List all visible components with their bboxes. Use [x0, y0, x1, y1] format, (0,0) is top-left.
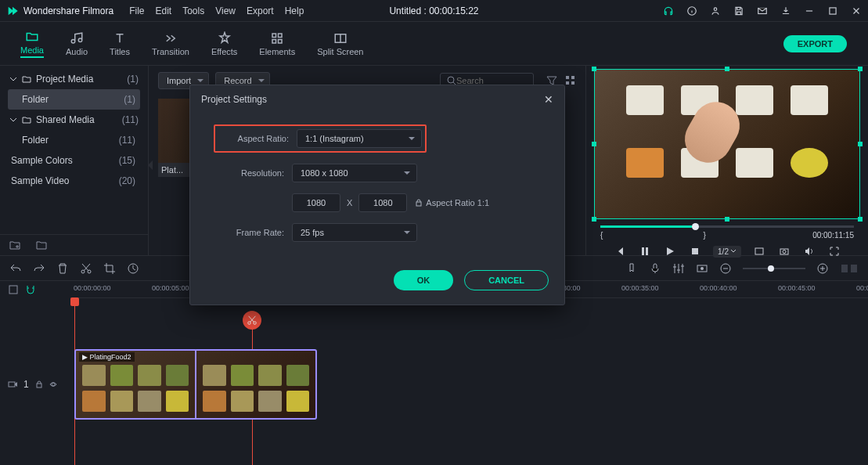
tab-transition[interactable]: Transition — [141, 31, 200, 56]
mark-out-icon[interactable]: } — [704, 231, 706, 240]
menu-view[interactable]: View — [215, 5, 236, 16]
sidebar-sample-video[interactable]: Sample Video (20) — [8, 171, 140, 191]
tab-titles[interactable]: Titles — [99, 31, 141, 56]
visibility-icon[interactable] — [49, 380, 57, 388]
svg-rect-3 — [830, 7, 836, 13]
timeline: 00:00:00:00 00:00:05:00 00:00:30:00 00:0… — [0, 280, 868, 465]
preview-viewport[interactable] — [594, 69, 860, 219]
chevron-down-icon — [9, 116, 17, 124]
chevron-down-icon — [9, 75, 17, 83]
resolution-dropdown[interactable]: 1080 x 1080 — [292, 164, 417, 182]
app-logo-icon — [6, 5, 19, 17]
menu-help[interactable]: Help — [285, 5, 304, 16]
document-title: Untitled : 00:00:15:22 — [389, 5, 478, 16]
folder-icon[interactable] — [36, 240, 47, 251]
tab-elements[interactable]: Elements — [248, 31, 306, 56]
download-icon[interactable] — [780, 5, 791, 16]
stop-button[interactable] — [688, 244, 702, 258]
height-input[interactable] — [358, 193, 407, 212]
menu-file[interactable]: File — [129, 5, 144, 16]
marker-icon[interactable] — [625, 262, 638, 275]
svg-rect-11 — [571, 76, 574, 79]
sidebar-project-media[interactable]: Project Media (1) — [8, 69, 140, 89]
ok-button[interactable]: OK — [394, 270, 454, 290]
info-icon[interactable] — [686, 5, 697, 16]
menu-tools[interactable]: Tools — [182, 5, 204, 16]
sidebar-project-folder[interactable]: Folder (1) — [8, 89, 140, 110]
mark-in-icon[interactable]: { — [600, 231, 603, 240]
tab-effects[interactable]: Effects — [200, 31, 248, 56]
headphones-icon[interactable] — [663, 5, 674, 16]
undo-icon[interactable] — [9, 262, 22, 275]
sidebar-sample-colors[interactable]: Sample Colors (15) — [8, 150, 140, 171]
save-icon[interactable] — [733, 5, 744, 16]
width-input[interactable] — [292, 193, 340, 212]
audio-icon — [70, 31, 84, 45]
timeline-options-icon[interactable] — [8, 284, 19, 295]
app-name: Wondershare Filmora — [23, 5, 113, 16]
menu-edit[interactable]: Edit — [156, 5, 172, 16]
framerate-dropdown[interactable]: 25 fps — [292, 223, 417, 242]
svg-rect-6 — [272, 39, 276, 43]
track-head: 1 — [0, 379, 70, 390]
grid-view-icon[interactable] — [565, 75, 576, 86]
svg-rect-5 — [279, 34, 283, 38]
media-sidebar: Project Media (1) Folder (1) Shared Medi… — [0, 66, 149, 255]
preview-scale-dropdown[interactable]: 1/2 — [713, 246, 741, 258]
close-window-icon[interactable] — [851, 5, 862, 16]
quality-button[interactable] — [752, 244, 766, 258]
tab-split-screen[interactable]: Split Screen — [306, 31, 374, 56]
new-folder-icon[interactable] — [9, 240, 20, 251]
tab-media[interactable]: Media — [9, 30, 55, 58]
close-icon[interactable]: ✕ — [544, 93, 553, 106]
prev-frame-button[interactable] — [613, 244, 627, 258]
export-button[interactable]: EXPORT — [783, 35, 847, 52]
sidebar-bottom-toolbar — [0, 234, 148, 255]
aspect-ratio-dropdown[interactable]: 1:1 (Instagram) — [297, 129, 422, 148]
svg-point-23 — [701, 267, 704, 270]
svg-rect-21 — [654, 264, 657, 269]
svg-rect-7 — [279, 39, 283, 43]
zoom-slider[interactable] — [743, 268, 805, 269]
menu-export[interactable]: Export — [247, 5, 274, 16]
delete-icon[interactable] — [56, 262, 69, 275]
tab-audio[interactable]: Audio — [55, 31, 99, 56]
track-number: 1 — [23, 379, 29, 390]
video-track-icon — [8, 380, 17, 389]
collapse-sidebar-icon[interactable] — [148, 160, 153, 170]
crop-icon[interactable] — [103, 262, 116, 275]
pause-button[interactable] — [638, 244, 652, 258]
fullscreen-button[interactable] — [827, 244, 841, 258]
redo-icon[interactable] — [33, 262, 45, 275]
snapshot-button[interactable] — [777, 244, 791, 258]
svg-rect-12 — [566, 81, 569, 85]
sidebar-shared-media[interactable]: Shared Media (11) — [8, 110, 140, 130]
svg-rect-27 — [851, 265, 857, 272]
mail-icon[interactable] — [757, 5, 768, 16]
svg-rect-15 — [755, 248, 763, 254]
split-marker-icon[interactable] — [243, 311, 261, 330]
dialog-title: Project Settings — [201, 94, 267, 105]
audio-mixer-icon[interactable] — [672, 262, 685, 275]
lock-icon[interactable] — [35, 380, 43, 388]
account-icon[interactable] — [710, 5, 721, 16]
magnet-icon[interactable] — [25, 284, 36, 295]
zoom-in-icon[interactable] — [816, 262, 829, 275]
cancel-button[interactable]: CANCEL — [464, 270, 549, 290]
svg-rect-10 — [566, 76, 569, 79]
timeline-clip[interactable]: ▶ PlatingFood2 — [74, 349, 317, 420]
maximize-icon[interactable] — [827, 5, 838, 16]
clip-name: ▶ PlatingFood2 — [79, 352, 135, 362]
speed-icon[interactable] — [127, 262, 139, 275]
lock-icon[interactable] — [415, 199, 423, 207]
keyframe-icon[interactable] — [696, 262, 708, 275]
preview-scrubber[interactable] — [600, 225, 854, 228]
volume-button[interactable] — [802, 244, 816, 258]
voiceover-icon[interactable] — [649, 262, 661, 275]
cut-icon[interactable] — [80, 262, 92, 275]
play-button[interactable] — [663, 244, 677, 258]
zoom-fit-icon[interactable] — [840, 262, 859, 275]
minimize-icon[interactable] — [804, 5, 815, 16]
zoom-out-icon[interactable] — [719, 262, 732, 275]
sidebar-shared-folder[interactable]: Folder (11) — [8, 130, 140, 150]
